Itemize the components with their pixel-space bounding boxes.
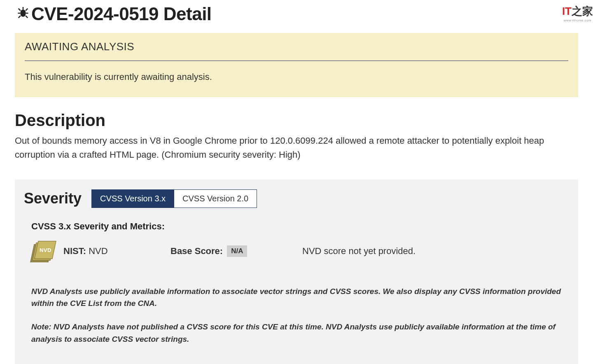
- watermark-logo-secondary: 之家: [572, 5, 593, 17]
- svg-line-5: [19, 16, 21, 18]
- analyst-notes: NVD Analysts use publicly available info…: [31, 285, 562, 345]
- severity-heading: Severity: [24, 190, 82, 207]
- svg-line-6: [26, 16, 28, 18]
- status-message: This vulnerability is currently awaiting…: [25, 72, 568, 82]
- analyst-note-2: Note: NVD Analysts have not published a …: [31, 321, 562, 345]
- svg-rect-0: [21, 9, 26, 17]
- metrics-row: NVD NIST: NVD Base Score: N/A NVD score …: [15, 240, 578, 262]
- severity-header: Severity CVSS Version 3.x CVSS Version 2…: [15, 189, 578, 208]
- metrics-heading: CVSS 3.x Severity and Metrics:: [31, 221, 562, 232]
- status-divider: [25, 61, 568, 61]
- severity-tabs: CVSS Version 3.x CVSS Version 2.0: [91, 189, 257, 208]
- source-watermark: IT之家 www.ithome.com: [562, 4, 593, 22]
- tab-cvss-v3[interactable]: CVSS Version 3.x: [91, 189, 174, 208]
- watermark-logo: IT之家: [562, 4, 593, 19]
- base-score: Base Score: N/A: [170, 245, 294, 257]
- nvd-badge-text: NVD: [40, 247, 51, 253]
- title-row: CVE-2024-0519 Detail IT之家 www.ithome.com: [0, 0, 593, 24]
- svg-line-1: [19, 9, 21, 11]
- analyst-note-1: NVD Analysts use publicly available info…: [31, 285, 562, 310]
- watermark-subtext: www.ithome.com: [562, 19, 593, 22]
- status-heading: AWAITING ANALYSIS: [25, 40, 568, 53]
- nist-label: NIST:: [63, 246, 86, 256]
- description-text: Out of bounds memory access in V8 in Goo…: [15, 134, 578, 162]
- page: CVE-2024-0519 Detail IT之家 www.ithome.com…: [0, 0, 593, 364]
- description-heading: Description: [15, 111, 578, 130]
- status-banner: AWAITING ANALYSIS This vulnerability is …: [15, 33, 578, 97]
- severity-section: Severity CVSS Version 3.x CVSS Version 2…: [15, 180, 578, 364]
- score-pending-text: NVD score not yet provided.: [302, 246, 416, 257]
- base-score-label: Base Score:: [170, 246, 223, 257]
- alert-bug-icon: [15, 5, 31, 21]
- tab-cvss-v2[interactable]: CVSS Version 2.0: [174, 189, 257, 208]
- watermark-logo-primary: IT: [562, 5, 572, 17]
- svg-line-2: [26, 9, 28, 11]
- nist-value: NVD: [89, 246, 107, 256]
- nvd-badge-icon: NVD: [31, 240, 55, 262]
- page-title: CVE-2024-0519 Detail: [31, 4, 212, 24]
- nist-source: NIST: NVD: [63, 246, 162, 257]
- base-score-value: N/A: [227, 245, 247, 257]
